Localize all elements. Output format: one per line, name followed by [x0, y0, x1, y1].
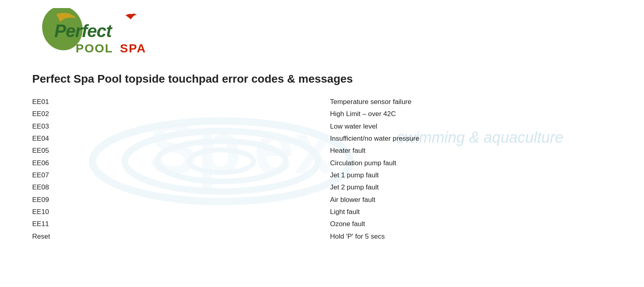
table-row: EE09Air blower fault [32, 195, 612, 205]
logo-area: Perfect POOL SPA [32, 8, 612, 60]
error-spacer [80, 133, 330, 144]
table-row: EE06Circulation pump fault [32, 158, 612, 168]
error-description: Temperature sensor failure [330, 97, 612, 107]
error-spacer [80, 182, 330, 193]
error-spacer [80, 207, 330, 217]
table-row: ResetHold 'P' for 5 secs [32, 231, 612, 242]
error-code: EE05 [32, 146, 80, 156]
error-code: EE10 [32, 207, 80, 217]
error-spacer [80, 231, 330, 242]
table-row: EE03Low water level [32, 121, 612, 132]
error-description: Ozone fault [330, 219, 612, 229]
error-spacer [80, 195, 330, 205]
error-description: Hold 'P' for 5 secs [330, 231, 612, 242]
error-code: Reset [32, 231, 80, 242]
table-row: EE05Heater fault [32, 146, 612, 156]
error-description: Insufficient/no water pressure [330, 133, 612, 144]
error-description: High Limit – over 42C [330, 109, 612, 119]
table-row: EE10Light fault [32, 207, 612, 217]
error-spacer [80, 219, 330, 229]
svg-text:Perfect: Perfect [54, 21, 113, 41]
table-row: EE11Ozone fault [32, 219, 612, 229]
error-description: Light fault [330, 207, 612, 217]
error-code: EE11 [32, 219, 80, 229]
error-description: Air blower fault [330, 195, 612, 205]
error-spacer [80, 146, 330, 156]
table-row: EE08Jet 2 pump fault [32, 182, 612, 193]
page-container: Perfect POOL SPA Sp ex swimming & aqu [0, 0, 644, 287]
error-description: Jet 1 pump fault [330, 170, 612, 181]
table-row: EE07Jet 1 pump fault [32, 170, 612, 181]
error-code: EE01 [32, 97, 80, 107]
svg-text:SPA: SPA [120, 42, 146, 55]
error-code: EE07 [32, 170, 80, 181]
table-row: EE01Temperature sensor failure [32, 97, 612, 107]
error-description: Heater fault [330, 146, 612, 156]
error-spacer [80, 170, 330, 181]
error-code: EE09 [32, 195, 80, 205]
error-code: EE06 [32, 158, 80, 168]
table-row: EE02High Limit – over 42C [32, 109, 612, 119]
table-row: EE04Insufficient/no water pressure [32, 133, 612, 144]
error-code: EE02 [32, 109, 80, 119]
error-code: EE08 [32, 182, 80, 193]
error-code: EE04 [32, 133, 80, 144]
error-description: Jet 2 pump fault [330, 182, 612, 193]
error-spacer [80, 97, 330, 107]
error-spacer [80, 121, 330, 132]
error-spacer [80, 109, 330, 119]
logo: Perfect POOL SPA [32, 8, 157, 60]
error-description: Circulation pump fault [330, 158, 612, 168]
page-title: Perfect Spa Pool topside touchpad error … [32, 73, 612, 85]
error-spacer [80, 158, 330, 168]
svg-text:POOL: POOL [76, 42, 113, 55]
error-codes-table: EE01Temperature sensor failureEE02High L… [32, 97, 612, 242]
error-description: Low water level [330, 121, 612, 132]
error-code: EE03 [32, 121, 80, 132]
